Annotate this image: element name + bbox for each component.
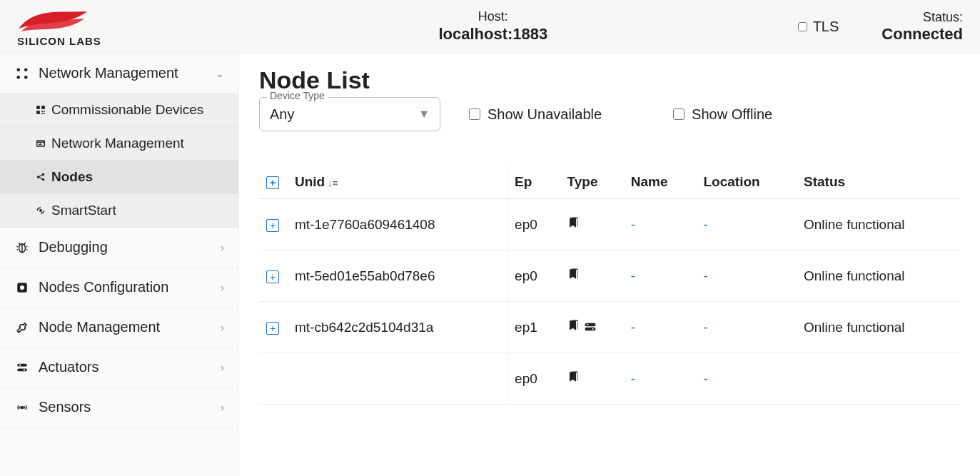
col-ep[interactable]: Ep [507,167,560,199]
sidebar: Network Management ⌄ Commissionable Devi… [0,54,239,476]
window-icon [34,138,47,148]
cell-location[interactable]: - [696,199,797,250]
svg-point-23 [21,406,24,408]
chevron-right-icon: › [221,242,224,253]
show-offline-checkbox[interactable] [673,108,685,120]
wrench-icon [14,321,30,334]
sidebar-sub-network-management[interactable]: Network Management [0,127,238,161]
silicon-labs-logo-icon [17,7,89,36]
brand-logo: SILICON LABS [17,7,231,46]
bug-icon [14,241,30,254]
svg-point-3 [24,76,28,79]
expand-row-button[interactable]: + [266,219,279,232]
sidebar-item-sensors[interactable]: Sensors › [0,388,238,427]
col-expand-all[interactable]: + [259,167,288,199]
sidebar-item-debugging[interactable]: Debugging › [0,228,238,268]
cell-status: Online functional [797,302,960,353]
tls-checkbox[interactable] [798,22,807,31]
sensor-icon [14,401,30,414]
chevron-right-icon: › [221,362,224,373]
sidebar-item-label: Debugging [39,239,108,255]
status-value: Connected [882,25,963,44]
toggle-icon [584,320,597,335]
bookmark-icon [567,268,580,283]
host-info: Host: localhost:1883 [231,9,755,44]
connection-status: Status: Connected [882,10,963,44]
sidebar-item-nodes-configuration[interactable]: Nodes Configuration › [0,268,238,308]
cell-type [560,199,624,250]
table-row: +mt-cb642c2d5104d31aep1 --Online functio… [259,302,960,353]
svg-rect-24 [585,323,595,327]
show-unavailable-toggle[interactable]: Show Unavailable [469,106,602,123]
svg-rect-20 [17,368,27,371]
device-type-legend: Device Type [267,90,328,101]
qr-icon [34,105,47,115]
cell-ep: ep0 [507,353,560,405]
sidebar-item-label: SmartStart [51,203,116,218]
svg-point-22 [24,369,25,370]
topbar: SILICON LABS Host: localhost:1883 TLS St… [0,0,980,54]
sidebar-item-label: Nodes [51,169,93,185]
svg-point-15 [40,210,41,211]
device-type-value: Any [270,106,294,123]
sidebar-item-node-management[interactable]: Node Management › [0,308,238,348]
svg-rect-6 [36,111,40,114]
svg-rect-8 [44,111,45,112]
cell-name[interactable]: - [624,353,697,405]
cell-name[interactable]: - [624,250,697,302]
sidebar-item-label: Commissionable Devices [51,102,203,118]
sidebar-item-network-management[interactable]: Network Management ⌄ [0,54,238,93]
cell-status: Online functional [797,199,960,250]
cell-status: Online functional [797,250,960,302]
svg-point-26 [587,324,588,325]
sidebar-item-actuators[interactable]: Actuators › [0,348,238,388]
bookmark-icon [567,371,580,386]
sidebar-sub-nodes[interactable]: Nodes [0,161,238,194]
show-offline-toggle[interactable]: Show Offline [673,106,772,123]
col-name[interactable]: Name [624,167,697,199]
svg-point-21 [19,364,21,365]
col-unid[interactable]: Unid↓≡ [288,167,507,199]
col-location[interactable]: Location [696,167,797,199]
svg-point-1 [24,68,28,71]
table-row: +mt-5ed01e55ab0d78e6ep0--Online function… [259,250,960,302]
table-header-row: + Unid↓≡ Ep Type Name Location Status [259,167,960,199]
sidebar-item-label: Network Management [51,136,184,151]
col-type[interactable]: Type [560,167,624,199]
show-unavailable-label: Show Unavailable [488,106,602,123]
sidebar-item-label: Network Management [39,65,178,81]
tls-toggle[interactable]: TLS [755,19,882,35]
svg-rect-10 [44,113,45,114]
cell-name[interactable]: - [624,199,697,250]
col-status[interactable]: Status [797,167,960,199]
svg-rect-9 [41,113,43,114]
cell-type [560,353,624,405]
svg-point-27 [592,328,594,330]
cell-unid: mt-5ed01e55ab0d78e6 [288,250,507,302]
sidebar-sub-commissionable-devices[interactable]: Commissionable Devices [0,93,238,127]
cell-location[interactable]: - [696,353,797,405]
svg-rect-7 [41,111,43,112]
cell-unid [288,353,507,405]
svg-rect-4 [36,106,40,109]
expand-row-button[interactable]: + [266,270,279,283]
actuator-icon [14,361,30,374]
device-type-select[interactable]: Device Type Any ▼ [259,97,440,131]
chevron-right-icon: › [221,282,224,293]
sidebar-item-label: Nodes Configuration [39,279,168,295]
svg-rect-5 [41,106,45,109]
sort-icon: ↓≡ [328,178,338,188]
cell-location[interactable]: - [696,302,797,353]
cell-name[interactable]: - [624,302,697,353]
cell-location[interactable]: - [696,250,797,302]
filter-row: Device Type Any ▼ Show Unavailable Show … [259,97,960,131]
show-unavailable-checkbox[interactable] [469,108,480,120]
sidebar-sub-smartstart[interactable]: SmartStart [0,194,238,228]
expand-row-button[interactable]: + [266,322,279,335]
cell-unid: mt-1e7760a609461408 [288,199,507,250]
main-content: Node List Device Type Any ▼ Show Unavail… [239,54,980,476]
svg-point-2 [17,76,21,79]
table-row: ep0-- [259,353,960,405]
table-row: +mt-1e7760a609461408ep0--Online function… [259,199,960,250]
cell-ep: ep1 [507,302,560,353]
